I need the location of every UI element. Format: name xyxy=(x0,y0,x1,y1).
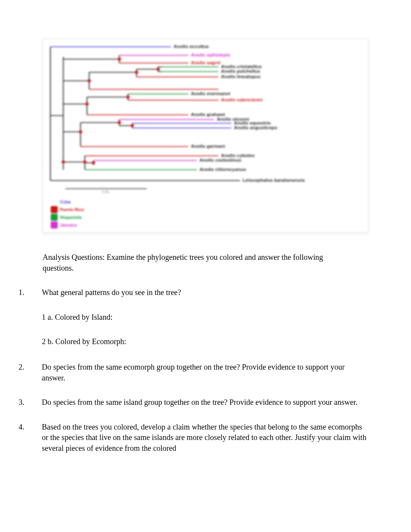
taxon-label: Anolis cristatellus xyxy=(221,64,262,69)
legend-swatch xyxy=(51,214,58,221)
svg-point-51 xyxy=(79,130,82,133)
taxon-label: Anolis occultus xyxy=(174,44,209,49)
legend-item: Puerto Rico xyxy=(51,206,365,213)
taxon-label: Anolis coelestinus xyxy=(199,158,241,162)
outgroup-label: Leiocephalus barahonensis xyxy=(243,178,305,182)
question-1a: 1 a. Colored by Island: xyxy=(42,312,368,323)
question-text: Do species from the same island group to… xyxy=(42,397,368,408)
scale-bar-value: 0.02 xyxy=(102,190,365,194)
legend-label: Cuba xyxy=(60,200,71,204)
taxon-label: Anolis grahami xyxy=(191,112,225,117)
taxon-label: Anolis valencienni xyxy=(221,97,262,102)
taxon-label: Anolis pulchellus xyxy=(221,69,260,73)
legend-label: Jamaica xyxy=(60,223,77,227)
svg-point-56 xyxy=(92,161,95,164)
legend-swatch xyxy=(51,198,58,205)
legend-item: Cuba xyxy=(51,198,365,205)
question-2: 2. Do species from the same ecomorph gro… xyxy=(19,362,368,383)
svg-point-47 xyxy=(135,71,138,74)
question-number: 1. xyxy=(19,287,42,348)
svg-point-45 xyxy=(118,58,121,61)
svg-point-48 xyxy=(156,68,160,71)
question-text: Based on the trees you colored, develop … xyxy=(42,422,368,454)
legend-swatch xyxy=(51,206,58,213)
taxon-label: Anolis cybotes xyxy=(221,153,255,158)
intro-text: Analysis Questions: Examine the phylogen… xyxy=(43,252,349,273)
legend-swatch xyxy=(51,222,58,228)
taxon-label: Anolis garmani xyxy=(191,144,225,148)
question-number: 4. xyxy=(19,422,42,454)
question-4: 4. Based on the trees you colored, devel… xyxy=(19,422,368,454)
legend-label: Hispaniola xyxy=(60,215,82,220)
legend: Cuba Puerto Rico Hispaniola Jamaica xyxy=(51,198,365,228)
legend-item: Hispaniola xyxy=(51,214,365,221)
question-3: 3. Do species from the same island group… xyxy=(19,397,368,408)
taxon-label: Anolis evermanni xyxy=(191,91,230,96)
svg-point-55 xyxy=(83,160,87,164)
taxon-label: Anolis equestris xyxy=(234,121,271,125)
svg-point-54 xyxy=(62,160,65,164)
question-1: 1. What general patterns do you see in t… xyxy=(19,287,368,348)
question-1b: 2 b. Colored by Ecomorph: xyxy=(42,336,368,347)
phylogenetic-tree-figure: Anolis occultus Anolis ophiolepis Anolis… xyxy=(43,39,368,233)
taxon-label: Anolis chlorocyanus xyxy=(199,167,246,172)
question-text: What general patterns do you see in the … xyxy=(42,287,368,298)
svg-point-52 xyxy=(118,121,121,124)
svg-point-53 xyxy=(130,124,134,127)
phylogenetic-tree-plot: Anolis occultus Anolis ophiolepis Anolis… xyxy=(46,42,365,185)
svg-point-49 xyxy=(85,102,89,106)
taxon-label: Anolis ophiolepis xyxy=(191,53,230,57)
scale-bar-area: 0.02 xyxy=(65,188,365,194)
legend-item: Jamaica xyxy=(51,222,365,228)
question-number: 3. xyxy=(19,397,42,408)
svg-point-46 xyxy=(87,79,91,82)
question-text: Do species from the same ecomorph group … xyxy=(42,362,368,383)
taxon-label: Anolis sagrei xyxy=(191,60,221,65)
svg-point-50 xyxy=(126,95,130,99)
taxon-label: Anolis angusticeps xyxy=(234,125,277,130)
scale-bar xyxy=(65,188,147,189)
taxon-label: Anolis lineatopus xyxy=(221,74,260,79)
question-number: 2. xyxy=(19,362,42,383)
legend-label: Puerto Rico xyxy=(60,207,84,212)
